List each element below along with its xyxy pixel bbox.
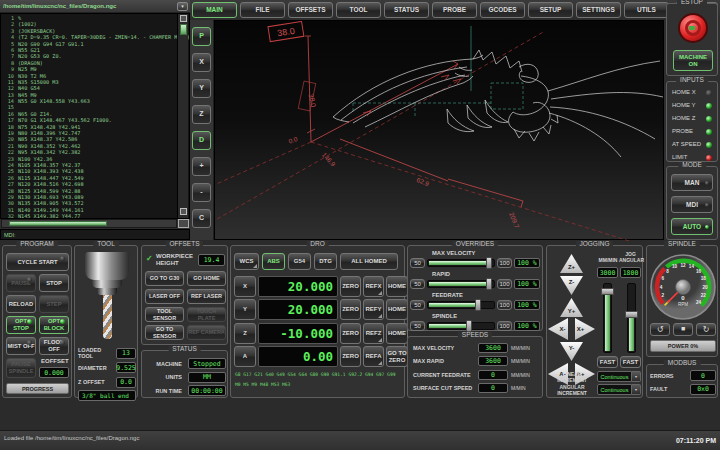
jog-y-minus-button[interactable]: Y- <box>560 342 583 361</box>
opt-stop-button[interactable]: OPT STOP <box>6 316 36 334</box>
angular-increment-combo[interactable]: Continuous▾ <box>597 384 641 395</box>
override-max-button[interactable]: 100 <box>497 300 512 310</box>
axis-select-button[interactable]: Y <box>234 299 256 320</box>
home-button[interactable]: HOME <box>386 276 408 297</box>
menu-item[interactable]: GCODES <box>480 2 525 18</box>
step-button[interactable]: STEP <box>39 295 69 313</box>
chevron-down-icon[interactable]: ▾ <box>632 384 641 395</box>
home-button[interactable]: HOME <box>386 299 408 320</box>
override-min-button[interactable]: 50 <box>410 258 425 268</box>
vscroll-thumb[interactable] <box>180 24 187 35</box>
mode-button[interactable]: AUTO <box>671 218 713 235</box>
angular-fast-button[interactable]: FAST <box>620 356 641 368</box>
plot-tool-button[interactable]: D <box>192 131 211 150</box>
override-slider[interactable] <box>427 322 495 330</box>
gcode-horizontal-scrollbar[interactable] <box>1 219 177 228</box>
gcode-vertical-scrollbar[interactable] <box>177 14 188 218</box>
override-min-button[interactable]: 50 <box>410 300 425 310</box>
all-homed-button[interactable]: ALL HOMED <box>340 253 398 270</box>
jog-x-minus-button[interactable]: X- <box>548 318 568 340</box>
scroll-down-button[interactable] <box>180 208 187 215</box>
toolpath-preview[interactable]: 38.0 38.0 0.0 146.9 62.9 209.7 <box>214 20 664 240</box>
zero-button[interactable]: ZERO <box>340 276 361 297</box>
slider-handle[interactable] <box>601 288 614 295</box>
opt-block-button[interactable]: OPT BLOCK <box>39 316 69 334</box>
reload-button[interactable]: RELOAD <box>6 295 36 313</box>
zero-button[interactable]: ZERO <box>340 346 361 367</box>
offsets-button[interactable]: GO TO SENSOR <box>145 325 184 340</box>
menu-item[interactable]: TOOL <box>336 2 381 18</box>
override-slider[interactable] <box>427 280 495 288</box>
angular-jog-slider[interactable] <box>627 283 636 353</box>
offsets-button[interactable]: TOUCH PLATE <box>187 307 226 322</box>
gcode-list[interactable]: 1%2(1002)3(JOKERSBACK)4(T2 D=9.35 CR=0. … <box>0 13 190 219</box>
home-button[interactable]: GO TO ZERO <box>386 346 408 367</box>
scroll-up-button[interactable] <box>180 15 187 22</box>
file-dropdown-button[interactable]: ▾ <box>177 2 188 11</box>
menu-item[interactable]: UTILS <box>624 2 669 18</box>
spindle-stop-button[interactable]: ■ <box>673 323 693 336</box>
plot-tool-button[interactable]: - <box>192 183 211 202</box>
override-slider[interactable] <box>427 259 495 267</box>
menu-item[interactable]: PROBE <box>432 2 477 18</box>
zero-button[interactable]: ZERO <box>340 323 361 344</box>
ref-button[interactable]: REFZ <box>363 323 384 344</box>
linear-fast-button[interactable]: FAST <box>597 356 618 368</box>
plot-tool-button[interactable]: P <box>192 27 211 46</box>
estop-button[interactable] <box>678 13 708 43</box>
menu-item[interactable]: STATUS <box>384 2 429 18</box>
zero-button[interactable]: ZERO <box>340 299 361 320</box>
hscroll-thumb[interactable] <box>9 221 107 226</box>
slider-handle[interactable] <box>625 311 638 318</box>
menu-item[interactable]: MAIN <box>192 2 237 18</box>
override-max-button[interactable]: 100 <box>497 279 512 289</box>
slider-handle[interactable] <box>486 257 492 269</box>
mode-button[interactable]: MAN <box>671 174 713 191</box>
spindle-ccw-button[interactable]: ↺ <box>650 323 670 336</box>
override-min-button[interactable]: 50 <box>410 321 425 331</box>
override-max-button[interactable]: 100 <box>497 321 512 331</box>
machine-on-button[interactable]: MACHINE ON <box>673 50 713 71</box>
g54-button[interactable]: G54 <box>288 253 311 270</box>
linear-jog-slider[interactable] <box>603 283 612 353</box>
ref-button[interactable]: REFX <box>363 276 384 297</box>
menu-item[interactable]: SETUP <box>528 2 573 18</box>
wcs-dropdown[interactable]: WCS <box>234 253 259 270</box>
stop-button[interactable]: STOP <box>39 274 69 292</box>
override-max-button[interactable]: 100 <box>497 258 512 268</box>
offsets-button[interactable]: GO HOME <box>187 271 226 286</box>
plot-tool-button[interactable]: Z <box>192 105 211 124</box>
abs-button[interactable]: ABS <box>262 253 285 270</box>
linear-increment-combo[interactable]: Continuous▾ <box>597 371 641 382</box>
jog-x-plus-button[interactable]: X+ <box>575 318 595 340</box>
ref-button[interactable]: REFY <box>363 299 384 320</box>
axis-select-button[interactable]: X <box>234 276 256 297</box>
home-button[interactable]: HOME <box>386 323 408 344</box>
flood-button[interactable]: FLOOD OFF <box>39 337 69 355</box>
plot-tool-button[interactable]: X <box>192 53 211 72</box>
mist-button[interactable]: MIST OFF <box>6 337 36 355</box>
dtg-button[interactable]: DTG <box>314 253 337 270</box>
menu-item[interactable]: OFFSETS <box>288 2 333 18</box>
override-slider[interactable] <box>427 301 495 309</box>
offsets-button[interactable]: GO TO G30 <box>145 271 184 286</box>
axis-select-button[interactable]: A <box>234 346 256 367</box>
chevron-down-icon[interactable]: ▾ <box>632 371 641 382</box>
axis-select-button[interactable]: Z <box>234 323 256 344</box>
scroll-corner-button[interactable] <box>178 219 189 228</box>
menu-item[interactable]: FILE <box>240 2 285 18</box>
menu-item[interactable]: SETTINGS <box>576 2 621 18</box>
ref-button[interactable]: REFA <box>363 346 384 367</box>
plot-tool-button[interactable]: + <box>192 157 211 176</box>
jog-z-minus-button[interactable]: Z- <box>560 276 583 295</box>
offsets-button[interactable]: REF LASER <box>187 289 226 304</box>
offsets-button[interactable]: LASER OFF <box>145 289 184 304</box>
cycle-start-button[interactable]: CYCLE START <box>6 253 69 271</box>
override-min-button[interactable]: 50 <box>410 279 425 289</box>
pause-button[interactable]: PAUSE <box>6 274 36 292</box>
mode-button[interactable]: MDI <box>671 196 713 213</box>
slider-handle[interactable] <box>475 299 481 311</box>
plot-tool-button[interactable]: Y <box>192 79 211 98</box>
offsets-button[interactable]: REF CAMERA <box>187 325 226 340</box>
jog-y-plus-button[interactable]: Y+ <box>560 298 583 317</box>
